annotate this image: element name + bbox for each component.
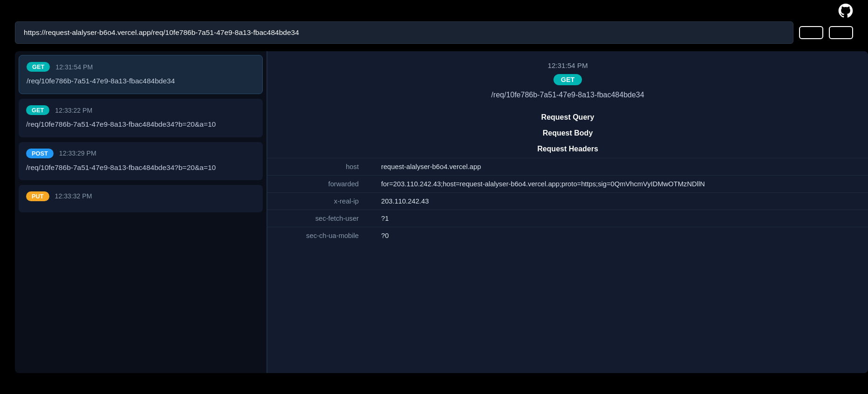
card-path: /req/10fe786b-7a51-47e9-8a13-fbac484bde3… [27, 75, 255, 86]
header-key: sec-fetch-user [267, 210, 370, 227]
header-value: 203.110.242.43 [370, 193, 868, 210]
request-card[interactable]: POST 12:33:29 PM /req/10fe786b-7a51-47e9… [19, 142, 263, 180]
header-value: for=203.110.242.43;host=request-alalyser… [370, 176, 868, 193]
github-link[interactable] [834, 3, 853, 18]
card-path: /req/10fe786b-7a51-47e9-8a13-fbac484bde3… [26, 119, 255, 129]
detail-path: /req/10fe786b-7a51-47e9-8a13-fbac484bde3… [267, 91, 868, 99]
card-header: GET 12:31:54 PM [27, 62, 255, 72]
detail-header: 12:31:54 PM GET /req/10fe786b-7a51-47e9-… [267, 51, 868, 109]
card-header: POST 12:33:29 PM [26, 149, 255, 158]
detail-time: 12:31:54 PM [267, 61, 868, 69]
header-key: host [267, 158, 370, 176]
method-badge: POST [26, 149, 54, 158]
request-body-title: Request Body [267, 124, 868, 140]
request-headers-title: Request Headers [267, 140, 868, 156]
header-row: sec-fetch-user ?1 [267, 210, 868, 227]
header-key: x-real-ip [267, 193, 370, 210]
request-card[interactable]: GET 12:33:22 PM /req/10fe786b-7a51-47e9-… [19, 99, 263, 137]
detail-method-badge: GET [554, 74, 582, 85]
toolbar [0, 21, 868, 51]
header-value: request-alalyser-b6o4.vercel.app [370, 158, 868, 176]
card-header: PUT 12:33:32 PM [26, 191, 255, 201]
header-key: forwarded [267, 176, 370, 193]
method-badge: PUT [26, 191, 49, 201]
detail-panel: 12:31:54 PM GET /req/10fe786b-7a51-47e9-… [267, 51, 868, 373]
request-card[interactable]: GET 12:31:54 PM /req/10fe786b-7a51-47e9-… [19, 55, 263, 94]
refresh-button[interactable] [829, 26, 853, 39]
header-key: sec-ch-ua-mobile [267, 227, 370, 245]
headers-table: host request-alalyser-b6o4.vercel.app fo… [267, 158, 868, 244]
request-list: GET 12:31:54 PM /req/10fe786b-7a51-47e9-… [15, 51, 267, 373]
header-row: host request-alalyser-b6o4.vercel.app [267, 158, 868, 176]
header-row: forwarded for=203.110.242.43;host=reques… [267, 176, 868, 193]
request-query-title: Request Query [267, 109, 868, 124]
card-time: 12:33:29 PM [59, 149, 96, 157]
header-value: ?0 [370, 227, 868, 245]
card-time: 12:31:54 PM [55, 63, 93, 71]
header-value: ?1 [370, 210, 868, 227]
card-header: GET 12:33:22 PM [26, 105, 255, 115]
header-row: sec-ch-ua-mobile ?0 [267, 227, 868, 245]
url-input[interactable] [15, 21, 793, 44]
method-badge: GET [27, 62, 50, 72]
card-time: 12:33:22 PM [55, 107, 92, 114]
request-card[interactable]: PUT 12:33:32 PM [19, 185, 263, 212]
method-badge: GET [26, 105, 49, 115]
card-path: /req/10fe786b-7a51-47e9-8a13-fbac484bde3… [26, 162, 255, 173]
app-header [0, 0, 868, 21]
header-row: x-real-ip 203.110.242.43 [267, 193, 868, 210]
github-icon [838, 3, 853, 18]
generate-endpoint-button[interactable] [799, 26, 823, 39]
card-time: 12:33:32 PM [55, 192, 92, 200]
main-content: GET 12:31:54 PM /req/10fe786b-7a51-47e9-… [0, 51, 868, 373]
